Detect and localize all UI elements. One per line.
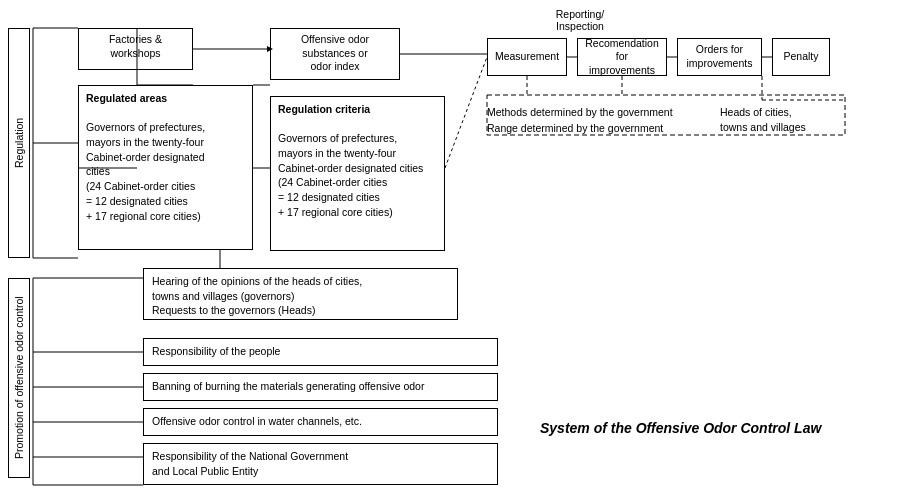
national-govt-box: Responsibility of the National Governmen… (143, 443, 498, 485)
diagram-title: System of the Offensive Odor Control Law (540, 420, 821, 436)
responsibility-people-box: Responsibility of the people (143, 338, 498, 366)
methods-text: Methods determined by the government Ran… (487, 105, 673, 137)
recommendation-box: Recomendationforimprovements (577, 38, 667, 76)
reporting-label: Reporting/Inspection (540, 8, 620, 32)
measurement-box: Measurement (487, 38, 567, 76)
heads-text: Heads of cities,towns and villages (720, 105, 850, 134)
regulation-label: Regulation (8, 28, 30, 258)
factories-box: Factories & workshops (78, 28, 193, 70)
regulated-areas-box: Regulated areas Governors of prefectures… (78, 85, 253, 250)
promotion-label: Promotion of offensive odor control (8, 278, 30, 478)
svg-line-24 (445, 57, 487, 168)
water-channels-box: Offensive odor control in water channels… (143, 408, 498, 436)
orders-box: Orders forimprovements (677, 38, 762, 76)
regulation-criteria-text: Regulation criteria Governors of prefect… (278, 102, 437, 220)
diagram: Regulation Promotion of offensive odor c… (0, 0, 903, 503)
regulated-areas-text: Regulated areas Governors of prefectures… (86, 91, 245, 223)
regulation-criteria-box: Regulation criteria Governors of prefect… (270, 96, 445, 251)
hearing-box: Hearing of the opinions of the heads of … (143, 268, 458, 320)
banning-box: Banning of burning the materials generat… (143, 373, 498, 401)
penalty-box: Penalty (772, 38, 830, 76)
offensive-odor-box: Offensive odorsubstances orodor index (270, 28, 400, 80)
